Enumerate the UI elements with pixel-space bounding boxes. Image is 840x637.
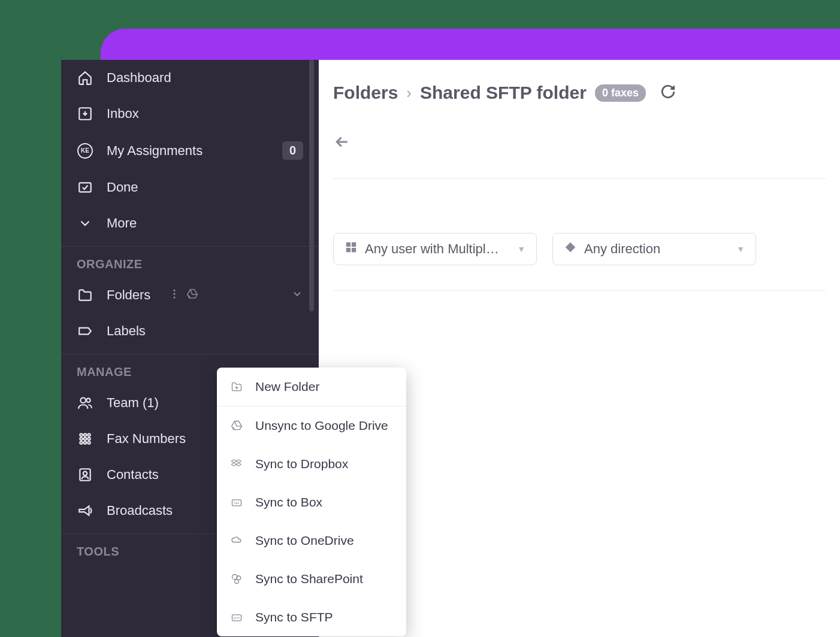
svg-point-8 [84,433,86,436]
svg-point-13 [80,441,82,444]
nav-label: More [107,216,137,231]
home-icon [77,69,93,86]
nav-label: Broadcasts [107,503,173,518]
svg-point-6 [86,398,90,402]
nav-label: My Assignments [107,143,203,159]
menu-sync-onedrive[interactable]: Sync to OneDrive [217,521,406,560]
divider [333,290,826,291]
team-icon [77,395,93,411]
svg-rect-19 [352,242,356,247]
svg-text:SFTP: SFTP [234,617,240,620]
menu-label: Sync to Box [255,495,322,509]
svg-rect-18 [346,242,350,247]
svg-point-5 [80,398,86,403]
nav-done[interactable]: Done [61,169,319,205]
menu-unsync-gdrive[interactable]: Unsync to Google Drive [217,407,406,445]
svg-point-17 [83,472,87,476]
svg-point-10 [80,438,82,440]
folders-context-menu: New Folder Unsync to Google Drive Sync t… [217,368,406,636]
ke-icon: KE [77,142,93,159]
refresh-button[interactable] [660,84,676,102]
svg-point-11 [84,438,86,440]
menu-label: Sync to SFTP [255,610,333,624]
breadcrumb: Folders › Shared SFTP folder 0 faxes [333,83,826,103]
nav-label: Contacts [107,467,159,483]
sidebar-scrollbar[interactable] [309,60,314,311]
gdrive-sync-icon [186,288,198,302]
menu-label: Sync to SharePoint [255,572,363,586]
nav-label: Fax Numbers [107,431,186,447]
svg-point-12 [87,438,90,440]
menu-label: Sync to OneDrive [255,533,354,548]
check-icon [77,179,93,196]
svg-text:box: box [234,501,240,505]
dropbox-icon [230,457,243,471]
gdrive-icon [230,419,243,432]
nav-inbox[interactable]: Inbox [61,96,319,132]
menu-label: New Folder [255,380,319,394]
grid-icon [345,241,358,257]
caret-down-icon: ▼ [736,244,745,254]
nav-label: Done [107,180,138,195]
sftp-icon: SFTP [230,611,243,624]
svg-point-2 [174,290,176,292]
breadcrumb-current: Shared SFTP folder [420,83,587,103]
contact-icon [77,466,93,483]
kebab-icon[interactable] [168,288,180,302]
svg-rect-21 [352,248,356,252]
filter-direction-dropdown[interactable]: Any direction ▼ [552,233,756,265]
inbox-icon [77,105,93,122]
megaphone-icon [77,502,93,519]
folder-icon [77,287,93,304]
breadcrumb-root[interactable]: Folders [333,83,398,103]
filters-row: Any user with Multiple ... ▼ Any directi… [333,233,826,265]
diamond-icon [564,241,577,257]
menu-sync-sftp[interactable]: SFTP Sync to SFTP [217,598,406,636]
nav-label: Inbox [107,106,139,122]
svg-point-9 [87,433,90,436]
caret-down-icon: ▼ [517,244,525,254]
dialpad-icon [77,430,93,447]
back-button[interactable] [333,133,826,153]
filter-direction-label: Any direction [584,241,724,257]
sharepoint-icon [230,572,243,586]
nav-label: Folders [107,287,150,303]
nav-more[interactable]: More [61,205,319,241]
svg-point-7 [80,433,82,436]
filter-user-dropdown[interactable]: Any user with Multiple ... ▼ [333,233,537,265]
nav-my-assignments[interactable]: KE My Assignments 0 [61,132,319,169]
divider [333,178,826,179]
svg-point-3 [174,293,176,295]
svg-point-26 [235,580,239,584]
svg-point-4 [174,296,176,298]
menu-new-folder[interactable]: New Folder [217,368,406,407]
tag-icon [77,323,93,339]
filter-user-label: Any user with Multiple ... [365,241,505,257]
nav-dashboard[interactable]: Dashboard [61,60,319,96]
menu-sync-dropbox[interactable]: Sync to Dropbox [217,445,406,483]
menu-sync-sharepoint[interactable]: Sync to SharePoint [217,560,406,598]
organize-header: ORGANIZE [61,247,319,277]
nav-folders[interactable]: Folders [61,277,319,313]
nav-label: Labels [107,323,146,339]
nav-label: Team (1) [107,395,159,411]
onedrive-icon [230,534,243,547]
fax-count-badge: 0 faxes [595,84,646,102]
svg-point-15 [87,441,90,444]
svg-point-14 [84,441,86,444]
menu-sync-box[interactable]: box Sync to Box [217,483,406,521]
svg-rect-1 [79,183,91,192]
svg-rect-20 [346,248,350,252]
menu-label: Unsync to Google Drive [255,418,388,433]
box-icon: box [230,496,243,509]
chevron-down-icon [77,215,93,232]
nav-labels[interactable]: Labels [61,313,319,349]
assignments-count-badge: 0 [282,141,303,160]
nav-label: Dashboard [107,70,171,86]
new-folder-icon [230,380,243,393]
app-container: Dashboard Inbox KE My Assignments 0 Done… [61,60,840,637]
chevron-right-icon: › [406,84,412,102]
menu-label: Sync to Dropbox [255,457,348,471]
chevron-down-icon[interactable] [291,288,303,302]
